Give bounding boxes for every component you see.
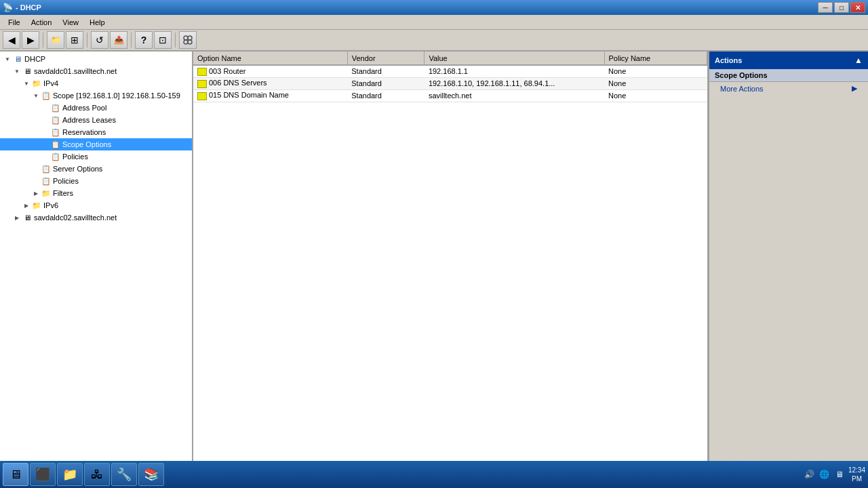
tree-item-filters[interactable]: ▶ 📁 Filters bbox=[0, 187, 192, 199]
tree-item-scope[interactable]: ▼ 📋 Scope [192.168.1.0] 192.168.1.50-159 bbox=[0, 89, 192, 102]
menu-bar: File Action View Help bbox=[0, 15, 868, 30]
expand-policies-scope bbox=[41, 152, 50, 161]
minimize-button[interactable]: ─ bbox=[818, 2, 833, 13]
table-body: 003 RouterStandard192.168.1.1None006 DNS… bbox=[193, 65, 707, 102]
scope-options-label: Scope Options bbox=[62, 140, 111, 148]
maximize-button[interactable]: □ bbox=[834, 2, 849, 13]
taskbar-btn-4[interactable]: 🖧 bbox=[84, 463, 110, 486]
tray-icon-volume[interactable]: 🔊 bbox=[804, 468, 816, 481]
tree-item-address-pool[interactable]: 📋 Address Pool bbox=[0, 102, 192, 114]
help-button[interactable]: ? bbox=[135, 31, 153, 49]
detail-table: Option Name Vendor Value Policy Name 003… bbox=[193, 52, 707, 102]
menu-view[interactable]: View bbox=[57, 17, 84, 28]
filters-label: Filters bbox=[53, 189, 73, 197]
taskbar-btn-6[interactable]: 📚 bbox=[138, 463, 164, 486]
tree-item-server-options[interactable]: 📋 Server Options bbox=[0, 163, 192, 175]
col-value[interactable]: Value bbox=[425, 52, 604, 65]
expand-ipv4[interactable]: ▼ bbox=[22, 79, 31, 88]
col-option-name[interactable]: Option Name bbox=[193, 52, 347, 65]
server1-icon: 🖥 bbox=[22, 66, 33, 76]
menu-action[interactable]: Action bbox=[26, 17, 58, 28]
taskbar-btn-5[interactable]: 🔧 bbox=[111, 463, 137, 486]
table-row[interactable]: 003 RouterStandard192.168.1.1None bbox=[193, 65, 707, 77]
policies-scope-icon: 📋 bbox=[50, 152, 61, 161]
table-row[interactable]: 006 DNS ServersStandard192.168.1.10, 192… bbox=[193, 77, 707, 89]
reservations-icon: 📋 bbox=[50, 127, 61, 137]
scope-icon: 📋 bbox=[41, 91, 52, 100]
tools-icon bbox=[182, 35, 193, 45]
toolbar-sep-2 bbox=[87, 33, 87, 47]
show-hide-tree-button[interactable]: ⊞ bbox=[66, 31, 83, 49]
title-bar-buttons[interactable]: ─ □ ✕ bbox=[818, 2, 865, 13]
title-bar: 📡 - DHCP ─ □ ✕ bbox=[0, 0, 868, 15]
address-pool-icon: 📋 bbox=[50, 103, 61, 113]
tools-button[interactable] bbox=[179, 31, 197, 49]
tree-item-policies-scope[interactable]: 📋 Policies bbox=[0, 150, 192, 163]
actions-collapse-button[interactable]: ▲ bbox=[854, 56, 863, 65]
tree-item-policies-root[interactable]: 📋 Policies bbox=[0, 175, 192, 187]
address-leases-icon: 📋 bbox=[50, 115, 61, 125]
dhcp-label: DHCP bbox=[24, 55, 45, 63]
ipv6-label: IPv6 bbox=[43, 201, 58, 209]
expand-dhcp[interactable]: ▼ bbox=[3, 54, 12, 64]
scope-options-icon: 📋 bbox=[50, 140, 61, 149]
expand-ipv6[interactable]: ▶ bbox=[22, 201, 31, 210]
menu-help[interactable]: Help bbox=[84, 17, 111, 28]
expand-scope[interactable]: ▼ bbox=[31, 91, 41, 100]
more-actions-arrow: ▶ bbox=[852, 84, 857, 93]
option-icon bbox=[197, 68, 207, 76]
cell-policy-name: None bbox=[604, 77, 707, 89]
ipv4-icon: 📁 bbox=[31, 79, 42, 88]
refresh-button[interactable]: ↺ bbox=[91, 31, 108, 49]
clock: 12:34PM bbox=[848, 466, 865, 483]
policies-scope-label: Policies bbox=[62, 152, 88, 161]
server2-icon: 🖥 bbox=[22, 213, 33, 222]
close-button[interactable]: ✕ bbox=[850, 2, 865, 13]
server1-label: savdaldc01.savilltech.net bbox=[34, 67, 117, 75]
mmc-button[interactable]: ⊡ bbox=[154, 31, 172, 49]
scope-label: Scope [192.168.1.0] 192.168.1.50-159 bbox=[53, 92, 180, 100]
menu-file[interactable]: File bbox=[3, 17, 26, 28]
up-button[interactable]: 📁 bbox=[47, 31, 64, 49]
expand-scope-options bbox=[41, 140, 50, 149]
expand-server-options bbox=[31, 164, 41, 174]
cell-option-name: 015 DNS Domain Name bbox=[193, 89, 347, 102]
svg-point-2 bbox=[184, 40, 188, 44]
expand-filters[interactable]: ▶ bbox=[31, 188, 41, 198]
col-vendor[interactable]: Vendor bbox=[347, 52, 425, 65]
back-button[interactable]: ◀ bbox=[3, 31, 20, 49]
app-icon: 📡 bbox=[3, 3, 13, 12]
expand-reservations bbox=[41, 127, 50, 137]
table-row[interactable]: 015 DNS Domain NameStandardsavilltech.ne… bbox=[193, 89, 707, 102]
toolbar-sep-1 bbox=[43, 33, 43, 47]
forward-button[interactable]: ▶ bbox=[22, 31, 39, 49]
taskbar-btn-2[interactable]: ⬛ bbox=[30, 463, 56, 486]
server-options-label: Server Options bbox=[53, 165, 102, 173]
tree-item-scope-options[interactable]: 📋 Scope Options bbox=[0, 138, 192, 150]
option-icon bbox=[197, 80, 207, 88]
expand-server1[interactable]: ▼ bbox=[12, 66, 22, 76]
tree-item-ipv4[interactable]: ▼ 📁 IPv4 bbox=[0, 77, 192, 89]
taskbar-btn-3[interactable]: 📁 bbox=[57, 463, 83, 486]
export-button[interactable]: 📤 bbox=[110, 31, 127, 49]
cell-option-name: 006 DNS Servers bbox=[193, 77, 347, 89]
cell-vendor: Standard bbox=[347, 65, 425, 77]
tree-item-dhcp[interactable]: ▼ 🖥 DHCP bbox=[0, 53, 192, 65]
tree-item-reservations[interactable]: 📋 Reservations bbox=[0, 126, 192, 138]
more-actions-item[interactable]: More Actions ▶ bbox=[709, 82, 868, 95]
policies-root-label: Policies bbox=[53, 177, 79, 185]
expand-server2[interactable]: ▶ bbox=[12, 213, 22, 222]
taskbar-btn-1[interactable]: 🖥 bbox=[3, 463, 28, 486]
sys-tray: 🔊 🌐 🖥 bbox=[804, 468, 846, 481]
tray-icon-network[interactable]: 🌐 bbox=[818, 468, 831, 481]
tree-item-server2[interactable]: ▶ 🖥 savdaldc02.savilltech.net bbox=[0, 211, 192, 224]
actions-section-scope-options[interactable]: Scope Options bbox=[709, 69, 868, 82]
tree-item-address-leases[interactable]: 📋 Address Leases bbox=[0, 114, 192, 126]
tree-item-server1[interactable]: ▼ 🖥 savdaldc01.savilltech.net bbox=[0, 65, 192, 77]
address-pool-label: Address Pool bbox=[62, 104, 106, 112]
tray-icon-display[interactable]: 🖥 bbox=[833, 468, 846, 481]
cell-value: 192.168.1.10, 192.168.1.11, 68.94.1... bbox=[425, 77, 604, 89]
col-policy-name[interactable]: Policy Name bbox=[604, 52, 707, 65]
tree-item-ipv6[interactable]: ▶ 📁 IPv6 bbox=[0, 199, 192, 211]
address-leases-label: Address Leases bbox=[62, 116, 116, 124]
